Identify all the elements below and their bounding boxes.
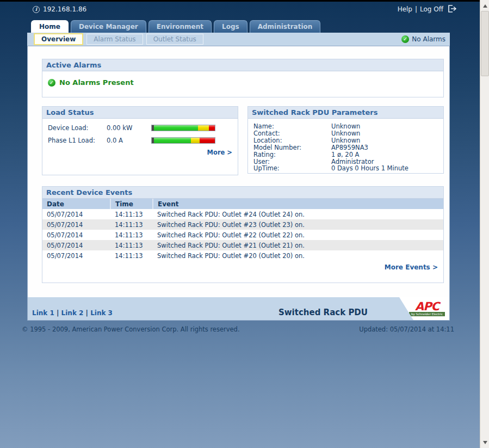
events-col-date: Date bbox=[42, 199, 110, 209]
tab-device-manager[interactable]: Device Manager bbox=[71, 20, 146, 33]
device-load-value: 0.00 kW bbox=[107, 124, 151, 132]
footer-link-2[interactable]: Link 2 bbox=[61, 309, 84, 317]
event-text: Switched Rack PDU: Outlet #21 (Outlet 21… bbox=[153, 240, 443, 250]
session-divider: | bbox=[415, 5, 417, 13]
subtab-outlet-status[interactable]: Outlet Status bbox=[146, 34, 203, 45]
active-alarms-section: Active Alarms ✓ No Alarms Present bbox=[42, 59, 444, 97]
event-date: 05/07/2014 bbox=[42, 250, 110, 261]
param-row-name: Name:Unknown bbox=[253, 123, 443, 130]
tab-administration[interactable]: Administration bbox=[250, 20, 321, 33]
recent-events-section: Recent Device Events Date Time Event 05/… bbox=[42, 186, 444, 283]
load-status-title: Load Status bbox=[42, 107, 238, 119]
table-row: 05/07/201414:11:13Switched Rack PDU: Out… bbox=[42, 219, 443, 230]
param-label: Model Number: bbox=[253, 144, 331, 151]
param-row-uptime: UpTime:0 Days 0 Hours 1 Minute bbox=[253, 165, 443, 172]
product-name: Switched Rack PDU bbox=[278, 308, 368, 317]
legal-row: © 1995 - 2009, American Power Conversion… bbox=[22, 326, 454, 333]
pdu-parameters-title: Switched Rack PDU Parameters bbox=[248, 107, 443, 119]
param-row-rating: Rating:1 ø, 20 A bbox=[253, 151, 443, 158]
scroll-up-arrow[interactable] bbox=[480, 1, 489, 10]
param-label: Location: bbox=[253, 137, 331, 144]
table-row: 05/07/201414:11:13Switched Rack PDU: Out… bbox=[42, 240, 443, 250]
param-value: 1 ø, 20 A bbox=[331, 151, 359, 158]
link-separator: | bbox=[57, 309, 59, 317]
down-arrow-icon bbox=[483, 441, 487, 444]
tab-logs[interactable]: Logs bbox=[214, 20, 247, 33]
events-col-event: Event bbox=[153, 199, 443, 209]
event-text: Switched Rack PDU: Outlet #23 (Outlet 23… bbox=[153, 219, 443, 230]
param-label: Contact: bbox=[253, 130, 331, 137]
event-time: 14:11:13 bbox=[110, 240, 153, 250]
device-ip: i 192.168.1.86 bbox=[33, 5, 86, 13]
footer-link-1[interactable]: Link 1 bbox=[32, 309, 54, 317]
vertical-scrollbar[interactable] bbox=[480, 0, 489, 448]
events-table: Date Time Event 05/07/201414:11:13Switch… bbox=[42, 199, 443, 261]
no-alarms-label: No Alarms bbox=[412, 35, 445, 43]
no-alarms-badge[interactable]: ✓ No Alarms bbox=[401, 35, 445, 43]
subtab-alarm-status[interactable]: Alarm Status bbox=[86, 34, 143, 45]
phase-l1-load-label: Phase L1 Load: bbox=[48, 137, 107, 144]
more-events-link[interactable]: More Events > bbox=[42, 261, 443, 271]
copyright-text: © 1995 - 2009, American Power Conversion… bbox=[22, 326, 240, 333]
info-icon: i bbox=[33, 6, 40, 13]
param-label: UpTime: bbox=[253, 165, 331, 172]
tab-home[interactable]: Home bbox=[31, 20, 69, 33]
logout-icon[interactable] bbox=[448, 5, 457, 14]
event-date: 05/07/2014 bbox=[42, 209, 110, 219]
param-label: Rating: bbox=[253, 151, 331, 158]
param-value: Unknown bbox=[331, 123, 360, 130]
event-date: 05/07/2014 bbox=[42, 240, 110, 250]
phase-l1-load-gauge bbox=[151, 137, 215, 144]
apc-logo-text: APC bbox=[415, 302, 439, 311]
table-row: 05/07/201414:11:13Switched Rack PDU: Out… bbox=[42, 250, 443, 261]
scrollbar-thumb[interactable] bbox=[481, 11, 489, 76]
up-arrow-icon bbox=[483, 4, 487, 8]
logoff-link[interactable]: Log Off bbox=[420, 5, 443, 13]
main-tab-bar: Home Device Manager Environment Logs Adm… bbox=[31, 20, 320, 33]
schneider-electric-label: by Schneider Electric bbox=[409, 312, 445, 316]
device-load-row: Device Load: 0.00 kW bbox=[48, 124, 233, 132]
updated-timestamp: Updated: 05/07/2014 at 14:11 bbox=[359, 326, 454, 333]
event-date: 05/07/2014 bbox=[42, 230, 110, 240]
param-row-model: Model Number:AP8959NA3 bbox=[253, 144, 443, 151]
param-label: Name: bbox=[253, 123, 331, 130]
phase-l1-load-value: 0.0 A bbox=[107, 137, 151, 144]
event-text: Switched Rack PDU: Outlet #20 (Outlet 20… bbox=[153, 250, 443, 261]
event-date: 05/07/2014 bbox=[42, 219, 110, 230]
panel-footer: Link 1 | Link 2 | Link 3 Switched Rack P… bbox=[28, 297, 449, 320]
content-panel: Active Alarms ✓ No Alarms Present Load S… bbox=[27, 46, 450, 321]
check-icon: ✓ bbox=[401, 35, 409, 43]
active-alarms-title: Active Alarms bbox=[42, 59, 443, 71]
param-row-location: Location:Unknown bbox=[253, 137, 443, 144]
table-row: 05/07/201414:11:13Switched Rack PDU: Out… bbox=[42, 209, 443, 219]
event-time: 14:11:13 bbox=[110, 250, 153, 261]
sub-tab-bar: Overview Alarm Status Outlet Status ✓ No… bbox=[27, 33, 450, 46]
scroll-down-arrow[interactable] bbox=[480, 438, 489, 447]
param-value: 0 Days 0 Hours 1 Minute bbox=[331, 165, 408, 172]
table-row: 05/07/201414:11:13Switched Rack PDU: Out… bbox=[42, 230, 443, 240]
tab-environment[interactable]: Environment bbox=[148, 20, 212, 33]
subtab-overview[interactable]: Overview bbox=[34, 33, 83, 45]
load-status-section: Load Status Device Load: 0.00 kW Phase L… bbox=[42, 106, 238, 175]
recent-events-title: Recent Device Events bbox=[42, 187, 443, 199]
device-load-gauge bbox=[151, 125, 215, 131]
param-value: Unknown bbox=[331, 130, 360, 137]
param-value: AP8959NA3 bbox=[331, 144, 368, 151]
events-col-time: Time bbox=[110, 199, 153, 209]
footer-link-3[interactable]: Link 3 bbox=[90, 309, 113, 317]
help-link[interactable]: Help bbox=[398, 5, 412, 13]
event-text: Switched Rack PDU: Outlet #24 (Outlet 24… bbox=[153, 209, 443, 219]
top-bar: i 192.168.1.86 Help | Log Off bbox=[0, 2, 480, 17]
event-time: 14:11:13 bbox=[110, 209, 153, 219]
ip-address: 192.168.1.86 bbox=[43, 5, 86, 13]
no-alarms-message: No Alarms Present bbox=[59, 78, 134, 87]
link-separator: | bbox=[86, 309, 88, 317]
param-row-contact: Contact:Unknown bbox=[253, 130, 443, 137]
event-time: 14:11:13 bbox=[110, 230, 153, 240]
check-icon: ✓ bbox=[48, 79, 55, 87]
event-time: 14:11:13 bbox=[110, 219, 153, 230]
load-more-link[interactable]: More > bbox=[207, 149, 232, 156]
device-load-label: Device Load: bbox=[48, 124, 107, 132]
phase-l1-load-row: Phase L1 Load: 0.0 A bbox=[48, 137, 233, 144]
apc-logo: APC by Schneider Electric bbox=[395, 297, 449, 320]
